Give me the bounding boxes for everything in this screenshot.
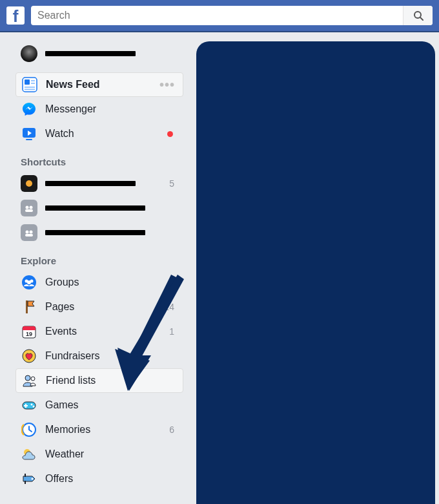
group-icon	[21, 175, 37, 192]
top-bar: f	[0, 0, 439, 32]
svg-point-11	[26, 206, 29, 209]
sidebar-item-messenger[interactable]: Messenger	[15, 97, 183, 121]
news-feed-icon	[21, 76, 38, 93]
main-content-panel	[196, 41, 435, 504]
svg-rect-7	[25, 89, 35, 90]
offers-icon	[21, 470, 37, 487]
more-dots-icon[interactable]: •••	[159, 78, 178, 92]
svg-point-28	[31, 377, 35, 381]
search-input[interactable]	[31, 10, 403, 21]
shortcut-item[interactable]	[15, 220, 183, 245]
shortcut-label-redacted	[45, 181, 136, 186]
sidebar-item-label: Weather	[45, 448, 178, 460]
sidebar-item-label: News Feed	[46, 79, 159, 90]
sidebar-item-label: Watch	[45, 128, 167, 140]
svg-point-14	[26, 231, 29, 234]
group-icon	[21, 224, 37, 241]
shortcut-item[interactable]	[15, 196, 183, 220]
shortcut-count: 5	[169, 178, 178, 189]
item-count: 1	[169, 326, 178, 337]
friend-lists-icon	[21, 372, 38, 389]
section-header-explore: Explore	[15, 245, 183, 270]
svg-rect-5	[31, 83, 35, 84]
svg-point-12	[30, 206, 33, 209]
sidebar-item-label: Memories	[45, 424, 169, 436]
search-button[interactable]	[403, 6, 433, 25]
sidebar-item-groups[interactable]: Groups	[15, 270, 183, 295]
svg-point-32	[31, 404, 33, 406]
games-icon	[21, 397, 37, 414]
fundraisers-icon	[21, 348, 37, 364]
svg-point-36	[32, 478, 34, 480]
sidebar-item-offers[interactable]: Offers	[15, 467, 183, 491]
memories-icon	[21, 421, 37, 438]
svg-point-27	[25, 375, 30, 381]
svg-point-20	[27, 280, 31, 284]
svg-rect-24	[23, 329, 36, 330]
group-icon	[21, 200, 37, 216]
sidebar-item-fundraisers[interactable]: Fundraisers	[15, 344, 183, 368]
svg-rect-4	[31, 80, 35, 81]
sidebar-item-memories[interactable]: Memories 6	[15, 417, 183, 442]
shortcut-item[interactable]: 5	[15, 171, 183, 196]
sidebar-item-news-feed[interactable]: News Feed •••	[15, 72, 183, 97]
sidebar-item-label: Messenger	[45, 103, 178, 115]
left-sidebar: News Feed ••• Messenger Watch Shortcuts …	[15, 41, 183, 504]
avatar	[21, 45, 37, 62]
svg-point-10	[26, 180, 32, 187]
svg-rect-9	[26, 139, 32, 140]
item-count: 6	[169, 425, 178, 435]
sidebar-item-label: Pages	[45, 301, 164, 313]
sidebar-item-watch[interactable]: Watch	[15, 121, 183, 146]
shortcut-label-redacted	[45, 205, 145, 211]
sidebar-item-label: Offers	[45, 473, 178, 485]
svg-rect-13	[25, 209, 33, 212]
sidebar-item-label: Friend lists	[46, 375, 178, 386]
svg-point-33	[33, 406, 35, 408]
item-count: 14	[164, 302, 178, 312]
watch-icon	[21, 125, 37, 142]
sidebar-item-label: Fundraisers	[45, 350, 178, 362]
svg-line-1	[420, 17, 423, 20]
svg-rect-16	[25, 234, 33, 236]
search-container	[31, 6, 433, 25]
svg-rect-3	[25, 79, 30, 85]
svg-text:19: 19	[26, 331, 32, 337]
groups-icon	[21, 274, 37, 291]
notification-dot	[167, 131, 173, 137]
shortcut-label-redacted	[45, 230, 145, 235]
profile-name-redacted	[45, 51, 136, 56]
weather-icon	[21, 446, 37, 463]
svg-point-15	[30, 231, 33, 234]
search-icon	[413, 10, 424, 21]
events-icon: 19	[21, 323, 37, 340]
svg-rect-6	[25, 87, 35, 88]
facebook-logo[interactable]: f	[6, 6, 25, 25]
profile-link[interactable]	[15, 41, 183, 66]
sidebar-item-weather[interactable]: Weather	[15, 442, 183, 467]
sidebar-item-friend-lists[interactable]: Friend lists	[15, 368, 183, 393]
svg-rect-31	[24, 405, 28, 406]
sidebar-item-label: Events	[45, 326, 169, 337]
section-header-shortcuts: Shortcuts	[15, 146, 183, 171]
sidebar-item-label: Games	[45, 399, 178, 411]
sidebar-item-events[interactable]: 19 Events 1	[15, 319, 183, 344]
sidebar-item-games[interactable]: Games	[15, 393, 183, 417]
pages-icon	[21, 299, 37, 315]
sidebar-item-pages[interactable]: Pages 14	[15, 295, 183, 319]
messenger-icon	[21, 101, 37, 118]
sidebar-item-label: Groups	[45, 277, 178, 288]
